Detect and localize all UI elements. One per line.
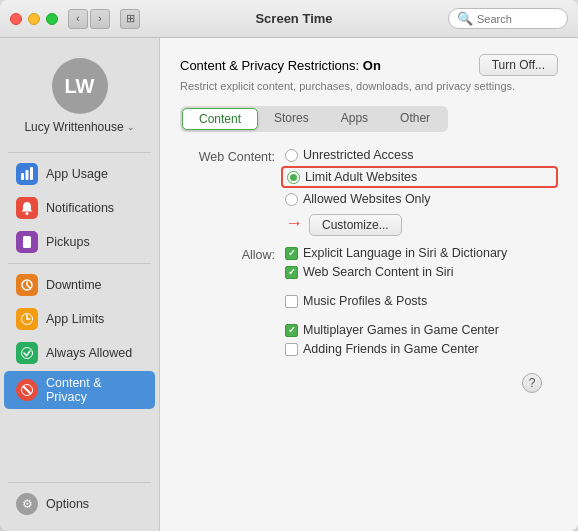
radio-limit-adult-label: Limit Adult Websites <box>305 170 417 184</box>
sidebar-item-app-usage[interactable]: App Usage <box>4 158 155 190</box>
content-area: Content & Privacy Restrictions: On Turn … <box>160 38 578 531</box>
svg-point-8 <box>22 348 33 359</box>
checkbox-explicit-language-label: Explicit Language in Siri & Dictionary <box>303 246 507 260</box>
radio-allowed-only[interactable] <box>285 193 298 206</box>
notifications-icon <box>16 197 38 219</box>
search-box[interactable]: 🔍 <box>448 8 568 29</box>
radio-unrestricted-row: Unrestricted Access <box>285 148 558 162</box>
svg-rect-1 <box>26 170 29 180</box>
checkbox-music-profiles-label: Music Profiles & Posts <box>303 294 427 308</box>
checkbox-multiplayer-games[interactable] <box>285 324 298 337</box>
back-button[interactable]: ‹ <box>68 9 88 29</box>
allow-label: Allow: <box>180 246 285 262</box>
svg-rect-0 <box>21 173 24 180</box>
tab-content[interactable]: Content <box>182 108 258 130</box>
main-window: ‹ › ⊞ Screen Time 🔍 LW Lucy Writtenhouse… <box>0 0 578 531</box>
content-privacy-label: Content & Privacy <box>46 376 143 404</box>
svg-rect-2 <box>30 167 33 180</box>
app-usage-label: App Usage <box>46 167 108 181</box>
sidebar-item-downtime[interactable]: Downtime <box>4 269 155 301</box>
titlebar: ‹ › ⊞ Screen Time 🔍 <box>0 0 578 38</box>
search-input[interactable] <box>477 13 562 25</box>
window-title: Screen Time <box>140 11 448 26</box>
checkbox-web-search[interactable] <box>285 266 298 279</box>
arrow-indicator: → <box>285 213 303 234</box>
search-icon: 🔍 <box>457 11 473 26</box>
customize-row: → Customize... <box>285 210 558 236</box>
sidebar-item-always-allowed[interactable]: Always Allowed <box>4 337 155 369</box>
allow-controls: Explicit Language in Siri & Dictionary W… <box>285 246 558 361</box>
restriction-description: Restrict explicit content, purchases, do… <box>180 80 558 92</box>
forward-button[interactable]: › <box>90 9 110 29</box>
tabs-row: Content Stores Apps Other <box>180 106 448 132</box>
pickups-label: Pickups <box>46 235 90 249</box>
checkbox-explicit-language[interactable] <box>285 247 298 260</box>
always-allowed-label: Always Allowed <box>46 346 132 360</box>
grid-button[interactable]: ⊞ <box>120 9 140 29</box>
username-chevron-icon: ⌄ <box>127 122 135 132</box>
downtime-label: Downtime <box>46 278 102 292</box>
checkbox-web-search-label: Web Search Content in Siri <box>303 265 454 279</box>
sidebar-item-pickups[interactable]: Pickups <box>4 226 155 258</box>
sidebar: LW Lucy Writtenhouse ⌄ App Usage <box>0 38 160 531</box>
sidebar-item-options[interactable]: ⚙ Options <box>4 488 155 520</box>
maximize-button[interactable] <box>46 13 58 25</box>
web-content-controls: Unrestricted Access Limit Adult Websites… <box>285 148 558 236</box>
username[interactable]: Lucy Writtenhouse ⌄ <box>24 120 134 134</box>
radio-limit-adult[interactable] <box>287 171 300 184</box>
tab-apps[interactable]: Apps <box>325 108 384 130</box>
sidebar-item-content-privacy[interactable]: Content & Privacy <box>4 371 155 409</box>
radio-unrestricted-label: Unrestricted Access <box>303 148 413 162</box>
radio-unrestricted[interactable] <box>285 149 298 162</box>
content-privacy-icon <box>16 379 38 401</box>
traffic-lights <box>10 13 58 25</box>
avatar-section: LW Lucy Writtenhouse ⌄ <box>0 48 159 148</box>
minimize-button[interactable] <box>28 13 40 25</box>
sidebar-divider-3 <box>8 482 151 483</box>
web-content-label: Web Content: <box>180 148 285 164</box>
sidebar-divider-2 <box>8 263 151 264</box>
app-usage-icon <box>16 163 38 185</box>
options-icon: ⚙ <box>16 493 38 515</box>
main-content: LW Lucy Writtenhouse ⌄ App Usage <box>0 38 578 531</box>
checkbox-multiplayer-games-row: Multiplayer Games in Game Center <box>285 323 558 337</box>
customize-button[interactable]: Customize... <box>309 214 402 236</box>
web-content-row: Web Content: Unrestricted Access Limit A… <box>180 148 558 236</box>
radio-allowed-only-label: Allowed Websites Only <box>303 192 431 206</box>
downtime-icon <box>16 274 38 296</box>
radio-allowed-only-row: Allowed Websites Only <box>285 192 558 206</box>
help-button[interactable]: ? <box>522 373 542 393</box>
titlebar-nav: ‹ › <box>68 9 110 29</box>
pickups-icon <box>16 231 38 253</box>
checkbox-multiplayer-games-label: Multiplayer Games in Game Center <box>303 323 499 337</box>
checkbox-music-profiles-row: Music Profiles & Posts <box>285 294 558 308</box>
checkbox-adding-friends-row: Adding Friends in Game Center <box>285 342 558 356</box>
svg-point-3 <box>26 212 29 215</box>
checkbox-adding-friends-label: Adding Friends in Game Center <box>303 342 479 356</box>
restriction-title: Content & Privacy Restrictions: On <box>180 58 381 73</box>
app-limits-label: App Limits <box>46 312 104 326</box>
checkbox-web-search-row: Web Search Content in Siri <box>285 265 558 279</box>
checkbox-explicit-language-row: Explicit Language in Siri & Dictionary <box>285 246 558 260</box>
checkbox-adding-friends[interactable] <box>285 343 298 356</box>
close-button[interactable] <box>10 13 22 25</box>
turn-off-button[interactable]: Turn Off... <box>479 54 558 76</box>
sidebar-item-app-limits[interactable]: App Limits <box>4 303 155 335</box>
sidebar-item-notifications[interactable]: Notifications <box>4 192 155 224</box>
checkbox-music-profiles[interactable] <box>285 295 298 308</box>
tab-other[interactable]: Other <box>384 108 446 130</box>
radio-limit-adult-row: Limit Adult Websites <box>281 166 558 188</box>
app-limits-icon <box>16 308 38 330</box>
notifications-label: Notifications <box>46 201 114 215</box>
sidebar-divider-1 <box>8 152 151 153</box>
svg-line-10 <box>23 386 31 394</box>
options-label: Options <box>46 497 89 511</box>
content-header: Content & Privacy Restrictions: On Turn … <box>180 54 558 76</box>
tab-stores[interactable]: Stores <box>258 108 325 130</box>
allow-section: Allow: Explicit Language in Siri & Dicti… <box>180 246 558 361</box>
avatar: LW <box>52 58 108 114</box>
always-allowed-icon <box>16 342 38 364</box>
svg-point-5 <box>26 245 28 247</box>
content-footer: ? <box>180 369 558 405</box>
